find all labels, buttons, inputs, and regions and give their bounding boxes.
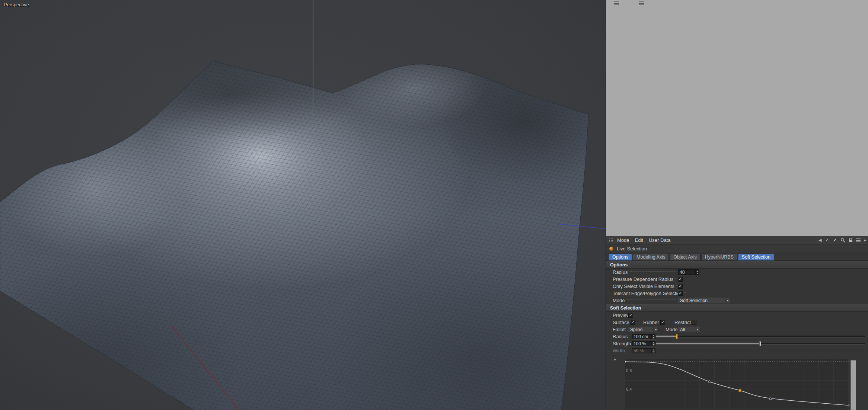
pin-icon[interactable] (825, 238, 829, 242)
attribute-menubar: Mode Edit User Data ◀ ▸ (606, 236, 868, 244)
width-field: 50 % (632, 348, 655, 353)
attribute-tabs: Options Modeling Axis Object Axis HyperN… (606, 253, 868, 261)
group-header-options[interactable]: Options (606, 261, 868, 269)
soft-strength-slider[interactable] (656, 343, 865, 345)
menu-edit[interactable]: Edit (635, 237, 643, 243)
live-selection-icon (609, 246, 614, 251)
panel-drag-handle-icon[interactable] (609, 238, 613, 242)
falloff-curve-graph[interactable]: 0.8 0.4 (625, 359, 849, 410)
objects-panel (606, 0, 868, 236)
curve-scrollbar[interactable] (851, 360, 856, 410)
menu-mode[interactable]: Mode (617, 237, 629, 243)
option-row-pressure: Pressure Dependent Radius ✓ (606, 276, 868, 283)
preview-label: Preview (613, 313, 630, 318)
tab-object-axis[interactable]: Object Axis (670, 254, 701, 260)
surface-label: Surface (613, 320, 629, 325)
restrict-checkbox[interactable] (692, 320, 696, 325)
radius-spinner[interactable] (695, 270, 699, 275)
tab-soft-selection[interactable]: Soft Selection (738, 254, 774, 260)
pressure-label: Pressure Dependent Radius (613, 276, 673, 282)
tab-modeling-axis[interactable]: Modeling Axis (633, 254, 669, 260)
falloff-dropdown[interactable]: Spline (628, 327, 658, 332)
tab-options[interactable]: Options (609, 254, 632, 260)
pen-icon[interactable] (833, 238, 837, 242)
option-row-visible: Only Select Visible Elements ✓ (606, 283, 868, 290)
restrict-label: Restrict (674, 320, 691, 325)
soft-mode-label: Mode (666, 327, 678, 332)
chevron-down-icon (653, 327, 658, 332)
visible-checkbox[interactable]: ✓ (678, 284, 683, 289)
rubber-label: Rubber (643, 320, 659, 325)
soft-row-radius: Radius 100 cm (606, 333, 868, 340)
app-window: Perspective Mode Edit User Data ◀ (0, 0, 868, 410)
soft-radius-slider[interactable] (656, 336, 865, 337)
option-row-tolerant: Tolerant Edge/Polygon Selection ✓ (606, 290, 868, 297)
soft-mode-dropdown[interactable]: All (678, 327, 700, 332)
soft-row-surface: Surface ✓ Rubber ✓ Restrict (606, 319, 868, 326)
soft-row-falloff: Falloff Spline Mode All (606, 326, 868, 333)
viewport-3d[interactable]: Perspective (0, 0, 606, 410)
attribute-manager: Mode Edit User Data ◀ ▸ Live Selection (606, 236, 868, 410)
slider-handle[interactable] (759, 341, 761, 346)
chevron-down-icon (725, 298, 730, 303)
mode-label: Mode (613, 298, 625, 303)
falloff-label: Falloff (613, 327, 626, 332)
soft-row-strength: Strength 100 % (606, 340, 868, 347)
terrain-mesh-canvas[interactable] (0, 0, 606, 410)
history-back-icon[interactable]: ◀ (818, 238, 821, 242)
group-header-soft-selection[interactable]: Soft Selection (606, 304, 868, 312)
tolerant-checkbox[interactable]: ✓ (678, 291, 683, 296)
search-icon[interactable] (840, 238, 845, 243)
list-icon[interactable] (856, 238, 861, 242)
radius-field[interactable]: 40 (678, 269, 699, 275)
surface-checkbox[interactable]: ✓ (631, 320, 635, 325)
option-row-radius: Radius 40 (606, 269, 868, 276)
tab-hypernurbs[interactable]: HyperNURBS (701, 254, 737, 260)
soft-row-width: Width 50 % (606, 347, 868, 354)
strength-label: Strength (613, 341, 631, 346)
chevron-down-icon (695, 327, 700, 332)
expand-right-icon[interactable]: ▸ (864, 238, 866, 242)
soft-radius-label: Radius (613, 334, 628, 339)
soft-row-preview: Preview ✓ (606, 312, 868, 319)
mode-dropdown[interactable]: Soft Selection (678, 298, 730, 303)
pressure-checkbox[interactable]: ✓ (678, 277, 683, 282)
active-tool-label: Live Selection (617, 246, 647, 252)
viewport-camera-label[interactable]: Perspective (4, 2, 29, 7)
slider-handle[interactable] (676, 334, 678, 339)
preview-checkbox[interactable]: ✓ (628, 313, 633, 318)
curve-tick-04: 0.4 (626, 387, 632, 391)
soft-radius-field[interactable]: 100 cm (632, 334, 655, 339)
strength-field[interactable]: 100 % (632, 341, 655, 346)
soft-radius-spinner[interactable] (651, 334, 655, 339)
lock-icon[interactable] (849, 238, 853, 243)
menu-user-data[interactable]: User Data (649, 237, 671, 243)
falloff-curve-area: ▸ 0.8 0.4 (606, 354, 868, 410)
panel-menu-icon[interactable] (614, 1, 619, 5)
curve-expander-icon[interactable]: ▸ (614, 357, 616, 362)
radius-label: Radius (613, 269, 628, 275)
visible-label: Only Select Visible Elements (613, 284, 674, 289)
width-label: Width (613, 348, 625, 353)
rubber-checkbox[interactable]: ✓ (660, 320, 665, 325)
option-row-mode: Mode Soft Selection (606, 297, 868, 304)
panel-filter-icon[interactable] (639, 1, 644, 5)
tolerant-label: Tolerant Edge/Polygon Selection (613, 291, 683, 296)
active-tool-row: Live Selection (606, 244, 868, 253)
strength-spinner[interactable] (651, 341, 655, 346)
curve-tick-08: 0.8 (626, 368, 632, 373)
width-spinner (651, 348, 655, 353)
